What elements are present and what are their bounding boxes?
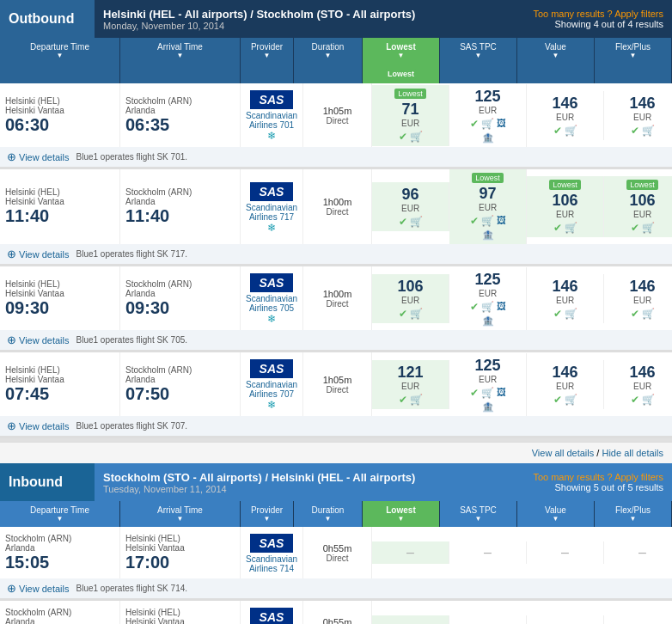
hide-all-link[interactable]: Hide all details xyxy=(602,448,663,458)
outbound-filter-info: Too many results ? Apply filters Showing… xyxy=(524,0,672,38)
in-price-sas-1: – xyxy=(449,541,527,564)
provider-link-1[interactable]: Scandinavian Airlines 701 xyxy=(246,111,297,130)
cart-icon: 🛒 xyxy=(565,394,577,406)
in-price-sas-2: – xyxy=(449,615,527,624)
check-icon: ✔ xyxy=(553,222,562,234)
price-lowest-1: Lowest 71 EUR ✔ 🛒 xyxy=(372,85,449,146)
cart-icon: 🛒 xyxy=(481,215,494,227)
dep-city-1: Helsinki Vantaa xyxy=(5,106,114,115)
cart-icon: 🛒 xyxy=(642,125,655,137)
col-arrival[interactable]: Arrival Time ▼ xyxy=(120,38,241,83)
in-dep-time-1: 15:05 xyxy=(5,553,114,572)
view-details-btn-2[interactable]: ⊕ View details xyxy=(7,248,70,260)
inbound-label: Inbound xyxy=(0,463,95,501)
in-col-value[interactable]: Value ▼ xyxy=(517,501,595,527)
in-col-duration[interactable]: Duration ▼ xyxy=(294,501,363,527)
view-details-row-1: ⊕ View details Blue1 operates flight SK … xyxy=(0,147,672,168)
in-view-details-row-1: ⊕ View details Blue1 operates flight SK … xyxy=(0,578,672,600)
in-provider-link-1[interactable]: Scandinavian Airlines 714 xyxy=(246,554,297,573)
outbound-filter-link[interactable]: Too many results ? Apply filters xyxy=(533,9,663,19)
outbound-showing: Showing 4 out of 4 results xyxy=(533,19,663,29)
provider-link-3[interactable]: Scandinavian Airlines 705 xyxy=(246,294,297,313)
check-icon: ✔ xyxy=(470,118,479,130)
cart-icon: 🛒 xyxy=(565,308,577,320)
price-sas-3: 125 EUR ✔ 🛒 🖼 🏦 xyxy=(449,267,527,330)
view-details-btn-4[interactable]: ⊕ View details xyxy=(7,419,70,432)
in-price-flex-1: – xyxy=(604,541,672,564)
view-all-row: View all details / Hide all details xyxy=(0,442,672,463)
check-icon: ✔ xyxy=(399,216,407,228)
flight-row-1: Helsinki (HEL) Helsinki Vantaa 06:30 Sto… xyxy=(0,83,672,169)
in-plus-icon-1: ⊕ xyxy=(7,582,16,595)
col-sas-tpc[interactable]: SAS TPC ▼ xyxy=(440,38,517,83)
arr-time-4: 07:50 xyxy=(125,384,235,404)
inbound-flight-row-2: Stockholm (ARN) Arlanda 16:15 Helsinki (… xyxy=(0,601,672,624)
inbound-route-title: Stockholm (STO - All airports) / Helsink… xyxy=(103,471,516,484)
in-col-provider[interactable]: Provider ▼ xyxy=(241,501,294,527)
provider-cell-2: SAS Scandinavian Airlines 717 ❄ xyxy=(241,169,303,244)
in-col-lowest[interactable]: Lowest ▼ xyxy=(363,501,440,527)
in-price-flex-2: – xyxy=(604,615,672,624)
plus-icon-2: ⊕ xyxy=(7,248,16,260)
inbound-flight-row-1: Stockholm (ARN) Arlanda 15:05 Helsinki (… xyxy=(0,527,672,601)
col-provider[interactable]: Provider ▼ xyxy=(241,38,294,83)
col-flex-plus[interactable]: Flex/Plus ▼ xyxy=(595,38,672,83)
view-details-btn-3[interactable]: ⊕ View details xyxy=(7,333,70,346)
inbound-filter-link[interactable]: Too many results ? Apply filters xyxy=(533,472,663,482)
in-col-flex-plus[interactable]: Flex/Plus ▼ xyxy=(595,501,672,527)
image-icon: 🖼 xyxy=(497,387,506,399)
duration-cell-4: 1h05m Direct xyxy=(303,352,372,416)
provider-logo-4: SAS xyxy=(250,359,293,378)
in-col-sas-tpc[interactable]: SAS TPC ▼ xyxy=(440,501,517,527)
outbound-route-title: Helsinki (HEL - All airports) / Stockhol… xyxy=(103,8,516,21)
bank-icon: 🏦 xyxy=(482,229,494,241)
in-col-departure[interactable]: Departure Time ▼ xyxy=(0,501,120,527)
in-dep-cell-1: Stockholm (ARN) Arlanda 15:05 xyxy=(0,527,120,578)
in-price-value-2: – xyxy=(527,615,604,624)
duration-cell-2: 1h00m Direct xyxy=(303,169,372,244)
in-arr-cell-2: Helsinki (HEL) Helsinki Vantaa 18:10 xyxy=(120,601,241,624)
flight-note-3: Blue1 operates flight SK 705. xyxy=(76,335,188,345)
plus-icon-3: ⊕ xyxy=(7,333,16,346)
in-col-arrival[interactable]: Arrival Time ▼ xyxy=(120,501,241,527)
view-details-row-4: ⊕ View details Blue1 operates flight SK … xyxy=(0,416,672,437)
inbound-route-info: Stockholm (STO - All airports) / Helsink… xyxy=(95,463,524,501)
price-value-4: 146 EUR ✔ 🛒 xyxy=(527,360,604,409)
flight-note-1: Blue1 operates flight SK 701. xyxy=(76,152,188,162)
cart-icon: 🛒 xyxy=(481,118,494,130)
flight-note-4: Blue1 operates flight SK 707. xyxy=(76,421,188,431)
in-view-details-btn-1[interactable]: ⊕ View details xyxy=(7,582,70,595)
check-icon: ✔ xyxy=(399,394,407,406)
view-details-btn-1[interactable]: ⊕ View details xyxy=(7,150,70,163)
col-lowest[interactable]: Lowest ▼ Lowest xyxy=(363,38,440,83)
check-icon: ✔ xyxy=(631,125,639,137)
cart-icon: 🛒 xyxy=(565,125,577,137)
flight-row-3: Helsinki (HEL) Helsinki Vantaa 09:30 Sto… xyxy=(0,266,672,352)
page-container: Outbound Helsinki (HEL - All airports) /… xyxy=(0,0,672,624)
duration-cell-3: 1h00m Direct xyxy=(303,266,372,330)
check-icon: ✔ xyxy=(399,308,407,320)
check-icon: ✔ xyxy=(631,222,639,234)
dep-cell-2: Helsinki (HEL) Helsinki Vantaa 11:40 xyxy=(0,169,120,244)
flight-row-2: Helsinki (HEL) Helsinki Vantaa 11:40 Sto… xyxy=(0,169,672,266)
dep-cell-4: Helsinki (HEL) Helsinki Vantaa 07:45 xyxy=(0,352,120,416)
arr-city-1: Arlanda xyxy=(125,106,235,115)
check-icon: ✔ xyxy=(553,308,562,320)
arr-cell-4: Stockholm (ARN) Arlanda 07:50 xyxy=(120,352,241,416)
duration-cell-1: 1h05m Direct xyxy=(303,83,372,147)
cart-icon: 🛒 xyxy=(410,216,423,228)
cart-icon: 🛒 xyxy=(410,308,423,320)
provider-cell-4: SAS Scandinavian Airlines 707 ❄ xyxy=(241,352,303,416)
in-provider-logo-2: SAS xyxy=(250,608,293,624)
view-all-link[interactable]: View all details xyxy=(532,448,595,458)
image-icon: 🖼 xyxy=(497,301,506,313)
col-departure[interactable]: Departure Time ▼ xyxy=(0,38,120,83)
col-duration[interactable]: Duration ▼ xyxy=(294,38,363,83)
provider-link-2[interactable]: Scandinavian Airlines 717 xyxy=(246,203,297,222)
inbound-filter-info: Too many results ? Apply filters Showing… xyxy=(524,463,672,501)
col-value[interactable]: Value ▼ xyxy=(517,38,595,83)
provider-link-4[interactable]: Scandinavian Airlines 707 xyxy=(246,380,297,399)
outbound-section: Outbound Helsinki (HEL - All airports) /… xyxy=(0,0,672,438)
price-sas-4: 125 EUR ✔ 🛒 🖼 🏦 xyxy=(449,353,527,416)
plus-icon-4: ⊕ xyxy=(7,419,16,432)
